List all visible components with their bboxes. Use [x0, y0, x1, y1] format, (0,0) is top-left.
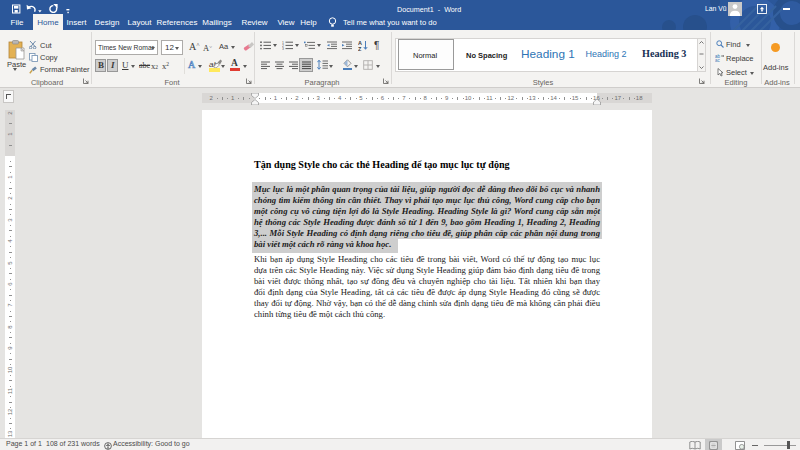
svg-text:Z: Z [358, 46, 362, 51]
svg-text:ac: ac [715, 58, 721, 62]
svg-text:3: 3 [282, 47, 284, 50]
